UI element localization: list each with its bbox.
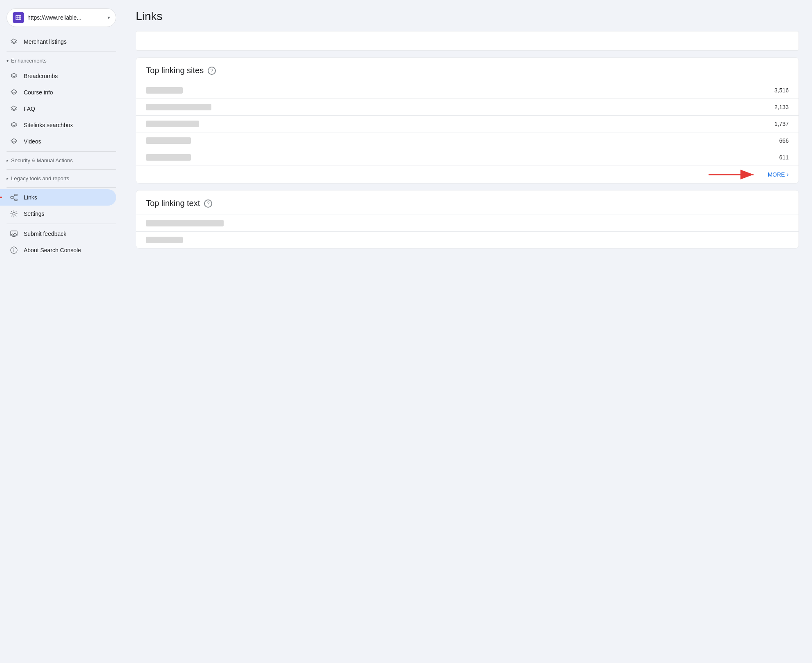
table-row: 611 (136, 149, 799, 166)
top-linking-text-header: Top linking text ? (136, 190, 799, 215)
merchant-listings-label: Merchant listings (24, 38, 67, 45)
table-row: 1,737 (136, 115, 799, 132)
top-linking-sites-title: Top linking sites (146, 66, 204, 75)
blurred-domain-1 (146, 87, 183, 94)
feedback-icon (10, 230, 18, 238)
layers-icon-faq (10, 105, 18, 113)
red-arrow-to-more (709, 166, 758, 183)
url-selector[interactable]: https://www.reliable... ▾ (7, 8, 116, 27)
blurred-text-1 (146, 220, 224, 226)
sidebar-item-links[interactable]: Links (0, 189, 116, 206)
course-info-label: Course info (24, 89, 53, 96)
url-display: https://www.reliable... (27, 14, 104, 21)
more-label: MORE (768, 171, 785, 178)
chevron-right-icon: › (787, 171, 789, 178)
table-row: 2,133 (136, 99, 799, 115)
links-icon (10, 193, 18, 202)
sidebar-item-faq[interactable]: FAQ (0, 101, 116, 117)
svg-rect-2 (15, 194, 17, 196)
breadcrumbs-label: Breadcrumbs (24, 73, 58, 79)
divider-1 (7, 52, 116, 52)
svg-line-4 (13, 195, 15, 197)
expand-icon-legacy: ▸ (7, 176, 9, 181)
help-icon-linking-text[interactable]: ? (204, 199, 212, 208)
security-header[interactable]: ▸ Security & Manual Actions (0, 153, 123, 168)
chevron-down-icon: ▾ (108, 15, 110, 20)
faq-label: FAQ (24, 105, 35, 112)
help-icon-linking-sites[interactable]: ? (208, 67, 216, 75)
blurred-domain-5 (146, 154, 191, 161)
layers-icon-sitelinks (10, 121, 18, 129)
svg-rect-7 (11, 231, 17, 236)
top-linking-text-title: Top linking text (146, 199, 200, 208)
collapse-icon: ▾ (7, 58, 9, 63)
table-row: 3,516 (136, 82, 799, 99)
sidebar-item-videos[interactable]: Videos (0, 133, 116, 150)
about-label: About Search Console (24, 247, 81, 253)
divider-5 (7, 224, 116, 224)
row-count-2: 2,133 (774, 104, 789, 110)
svg-point-12 (13, 249, 14, 249)
enhancements-label: Enhancements (11, 58, 47, 64)
row-count-3: 1,737 (774, 121, 789, 127)
table-row (136, 231, 799, 248)
security-label: Security & Manual Actions (11, 157, 73, 164)
info-icon (10, 246, 18, 254)
sidebar-item-sitelinks[interactable]: Sitelinks searchbox (0, 117, 116, 133)
layers-icon-videos (10, 137, 18, 146)
svg-rect-3 (15, 199, 17, 201)
blurred-text-2 (146, 237, 183, 243)
layers-icon-course (10, 88, 18, 96)
svg-rect-1 (11, 197, 13, 198)
links-label: Links (24, 194, 37, 201)
expand-icon-security: ▸ (7, 158, 9, 163)
svg-line-5 (13, 197, 15, 200)
site-icon (13, 12, 24, 23)
settings-label: Settings (24, 211, 45, 217)
legacy-header[interactable]: ▸ Legacy tools and reports (0, 171, 123, 186)
settings-icon (10, 210, 18, 218)
sidebar-item-about[interactable]: About Search Console (0, 242, 116, 258)
videos-label: Videos (24, 138, 41, 145)
top-linking-text-card: Top linking text ? (136, 190, 799, 249)
blurred-domain-2 (146, 104, 211, 110)
row-count-4: 666 (779, 137, 789, 144)
blurred-domain-4 (146, 137, 191, 144)
more-link[interactable]: MORE › (768, 171, 789, 178)
top-linking-sites-card: Top linking sites ? 3,516 2,133 1,737 66… (136, 57, 799, 184)
sidebar-item-submit-feedback[interactable]: Submit feedback (0, 226, 116, 242)
main-content: Links Top linking sites ? 3,516 2,133 1,… (123, 0, 812, 663)
sidebar-item-breadcrumbs[interactable]: Breadcrumbs (0, 68, 116, 84)
row-count-5: 611 (779, 154, 789, 161)
links-item-container: Links (0, 189, 123, 206)
search-bar-placeholder[interactable] (136, 31, 799, 51)
enhancements-header[interactable]: ▾ Enhancements (0, 54, 123, 68)
table-row: 666 (136, 132, 799, 149)
table-row (136, 215, 799, 231)
layers-icon-breadcrumbs (10, 72, 18, 80)
page-title: Links (136, 10, 799, 23)
sidebar: https://www.reliable... ▾ Merchant listi… (0, 0, 123, 663)
sidebar-item-settings[interactable]: Settings (0, 206, 116, 222)
submit-feedback-label: Submit feedback (24, 231, 66, 237)
sitelinks-label: Sitelinks searchbox (24, 122, 73, 128)
divider-4 (7, 187, 116, 188)
divider-2 (7, 151, 116, 152)
row-count-1: 3,516 (774, 87, 789, 94)
top-linking-sites-header: Top linking sites ? (136, 58, 799, 82)
divider-3 (7, 169, 116, 170)
legacy-label: Legacy tools and reports (11, 175, 69, 181)
svg-point-6 (13, 213, 15, 215)
sidebar-item-course-info[interactable]: Course info (0, 84, 116, 101)
sidebar-item-merchant-listings[interactable]: Merchant listings (0, 34, 116, 50)
more-link-row: MORE › (136, 166, 799, 183)
blurred-domain-3 (146, 121, 199, 127)
layers-icon (10, 38, 18, 46)
